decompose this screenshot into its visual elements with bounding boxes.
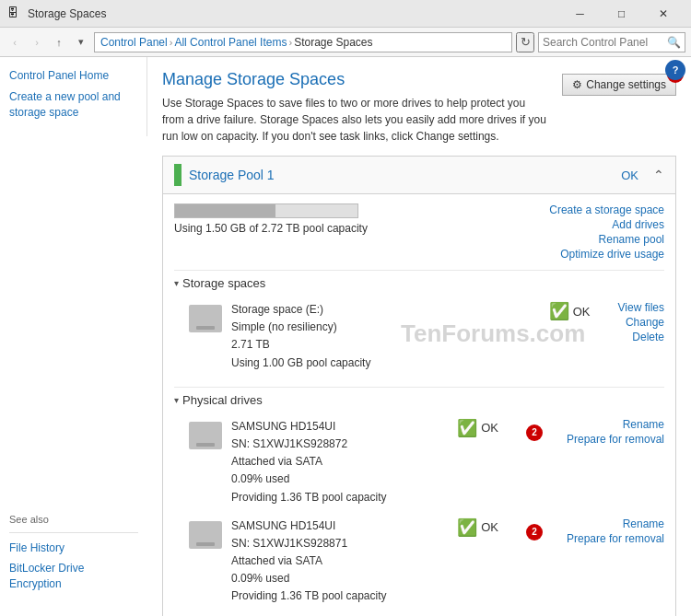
- change-settings-button[interactable]: ⚙ Change settings: [562, 74, 676, 96]
- window-controls: ─ □ ✕: [559, 0, 684, 28]
- sidebar-link-file-history[interactable]: File History: [9, 540, 138, 556]
- app-icon: 🗄: [7, 6, 22, 21]
- gear-icon: ⚙: [572, 78, 582, 91]
- search-box[interactable]: 🔍: [538, 32, 685, 52]
- storage-space-info: Storage space (E:) Simple (no resiliency…: [231, 301, 521, 372]
- pool-progress-bar-wrap: [174, 203, 358, 218]
- page-title: Manage Storage Spaces: [162, 70, 547, 89]
- physical-drive-status-2: ✅ OK: [457, 517, 498, 538]
- physical-drive-item-1: SAMSUNG HD154UI SN: S1XWJ1KS928872 Attac…: [174, 413, 664, 512]
- drive-used-1: 0.09% used: [231, 471, 429, 488]
- window-title: Storage Spaces: [28, 7, 559, 20]
- sidebar-see-also: See also File History BitLocker Drive En…: [9, 499, 138, 598]
- pool-action-add-drives[interactable]: Add drives: [612, 218, 664, 231]
- drive-status-text-1: OK: [481, 421, 498, 435]
- see-also-label: See also: [9, 514, 138, 525]
- physical-drive-icon-1: [189, 422, 222, 449]
- storage-spaces-subsection: ▾ Storage spaces Storage space (E:) Simp…: [163, 270, 675, 387]
- forward-button[interactable]: ›: [28, 32, 46, 52]
- sidebar-link-bitlocker[interactable]: BitLocker Drive Encryption: [9, 561, 138, 592]
- drive-used-2: 0.09% used: [231, 570, 429, 587]
- space-action-delete[interactable]: Delete: [632, 331, 664, 343]
- drive-status-text-2: OK: [481, 520, 498, 534]
- space-type: Simple (no resiliency): [231, 319, 521, 336]
- ok-check-icon: ✅: [549, 301, 569, 321]
- storage-space-status: ✅ OK: [549, 301, 591, 321]
- pool-action-optimize[interactable]: Optimize drive usage: [560, 248, 664, 261]
- storage-space-item: Storage space (E:) Simple (no resiliency…: [174, 296, 664, 378]
- address-box[interactable]: Control Panel › All Control Panel Items …: [94, 32, 512, 52]
- drive-sn-2: SN: S1XWJ1KS928871: [231, 535, 429, 552]
- space-usage: Using 1.00 GB pool capacity: [231, 354, 521, 372]
- drive-sn-1: SN: S1XWJ1KS928872: [231, 436, 429, 453]
- pool-action-rename[interactable]: Rename pool: [599, 233, 664, 246]
- pool-action-create[interactable]: Create a storage space: [549, 203, 664, 216]
- content-area: Manage Storage Spaces Use Storage Spaces…: [147, 57, 691, 616]
- breadcrumb-all-items[interactable]: All Control Panel Items: [174, 36, 287, 49]
- breadcrumb-current: Storage Spaces: [294, 36, 372, 49]
- storage-spaces-header[interactable]: ▾ Storage spaces: [174, 270, 664, 296]
- drive-model-1: SAMSUNG HD154UI: [231, 418, 429, 436]
- pool-header: Storage Pool 1 OK ⌃: [163, 157, 675, 194]
- header-text: Manage Storage Spaces Use Storage Spaces…: [162, 70, 547, 145]
- close-button[interactable]: ✕: [642, 0, 684, 28]
- physical-drive-icon-2: [189, 521, 222, 549]
- drive-action-prepare-1[interactable]: Prepare for removal: [567, 433, 664, 446]
- sidebar-link-home[interactable]: Control Panel Home: [9, 68, 137, 84]
- drive-badge-2: 2: [526, 524, 543, 540]
- drive-action-rename-2[interactable]: Rename: [623, 517, 664, 530]
- content-wrapper: TenForums.com Manage Storage Spaces Use …: [147, 57, 691, 616]
- storage-space-drive-icon: [189, 305, 222, 332]
- recent-button[interactable]: ▾: [72, 32, 90, 52]
- up-button[interactable]: ↑: [50, 32, 68, 52]
- physical-drives-header[interactable]: ▾ Physical drives: [174, 387, 664, 413]
- space-size: 2.71 TB: [231, 336, 521, 354]
- sidebar-content: Control Panel Home Create a new pool and…: [0, 57, 147, 136]
- space-name: Storage space (E:): [231, 301, 521, 319]
- search-input[interactable]: [543, 36, 667, 49]
- physical-drives-title: Physical drives: [182, 393, 263, 407]
- sidebar-divider: [9, 532, 138, 533]
- pool-chevron-icon[interactable]: ⌃: [653, 168, 664, 182]
- pool-capacity-text: Using 1.50 GB of 2.72 TB pool capacity: [174, 222, 549, 235]
- physical-drive-info-1: SAMSUNG HD154UI SN: S1XWJ1KS928872 Attac…: [231, 418, 429, 506]
- title-bar: 🗄 Storage Spaces ─ □ ✕: [0, 0, 691, 28]
- drive-model-2: SAMSUNG HD154UI: [231, 517, 429, 535]
- space-action-view-files[interactable]: View files: [618, 301, 664, 314]
- sidebar: Control Panel Home Create a new pool and…: [0, 57, 147, 616]
- drive-connection-1: Attached via SATA: [231, 453, 429, 471]
- drive-providing-1: Providing 1.36 TB pool capacity: [231, 489, 429, 506]
- content-header: Manage Storage Spaces Use Storage Spaces…: [162, 70, 676, 145]
- drive-ok-icon-2: ✅: [457, 517, 477, 538]
- breadcrumb-control-panel[interactable]: Control Panel: [100, 36, 168, 49]
- pool-status-bar: [174, 164, 182, 186]
- drive-badge-1: 2: [526, 424, 543, 441]
- space-status-text: OK: [573, 305, 591, 319]
- space-action-change[interactable]: Change: [626, 316, 664, 329]
- back-button[interactable]: ‹: [6, 32, 24, 52]
- search-icon: 🔍: [667, 36, 681, 49]
- change-settings-label: Change settings: [586, 78, 666, 91]
- pool-status-text: OK: [621, 169, 638, 182]
- pool-info: Using 1.50 GB of 2.72 TB pool capacity: [174, 203, 549, 261]
- pool-progress-bar: [175, 204, 275, 217]
- physical-drive-item-2: SAMSUNG HD154UI SN: S1XWJ1KS928871 Attac…: [174, 512, 664, 611]
- physical-drive-status-1: ✅ OK: [457, 418, 498, 438]
- sidebar-link-create[interactable]: Create a new pool and storage space: [9, 89, 137, 121]
- drive-connection-2: Attached via SATA: [231, 552, 429, 570]
- pool-actions: Create a storage space Add drives Rename…: [549, 203, 664, 261]
- physical-drive-actions-1: Rename Prepare for removal: [567, 418, 664, 446]
- pool-body: Using 1.50 GB of 2.72 TB pool capacity C…: [163, 194, 675, 270]
- refresh-button[interactable]: ↻: [516, 32, 534, 52]
- physical-drive-actions-2: Rename Prepare for removal: [567, 517, 664, 545]
- drive-action-rename-1[interactable]: Rename: [623, 418, 664, 431]
- minimize-button[interactable]: ─: [559, 0, 601, 28]
- help-button[interactable]: ?: [665, 60, 685, 80]
- pool-title: Storage Pool 1: [189, 168, 614, 182]
- content-description: Use Storage Spaces to save files to two …: [162, 95, 547, 145]
- main-layout: Control Panel Home Create a new pool and…: [0, 57, 691, 616]
- drive-action-prepare-2[interactable]: Prepare for removal: [567, 532, 664, 545]
- maximize-button[interactable]: □: [601, 0, 642, 28]
- storage-space-actions: View files Change Delete: [618, 301, 664, 343]
- physical-drive-badge-actions-1: 2 Rename Prepare for removal: [526, 418, 664, 446]
